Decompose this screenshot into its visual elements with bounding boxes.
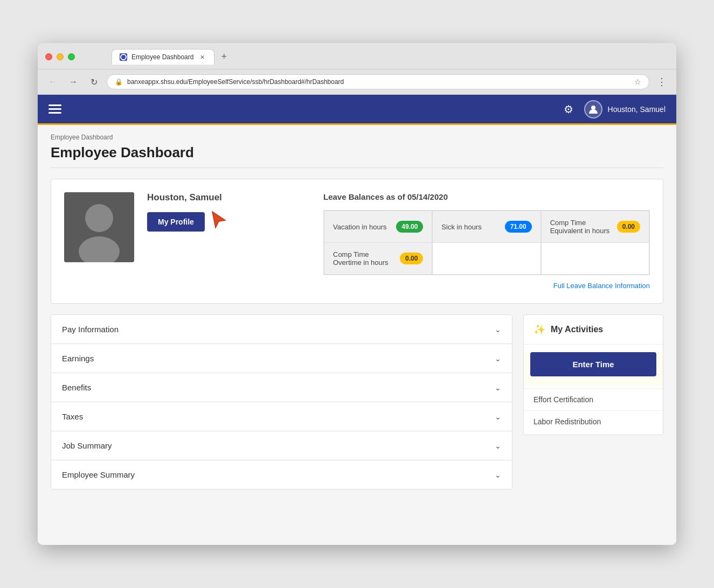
accordion-panel: Pay Information ⌄ Earnings ⌄ Benefits (51, 314, 512, 489)
accordion-label-employee-summary: Employee Summary (62, 470, 135, 479)
accordion-header-taxes[interactable]: Taxes ⌄ (51, 402, 512, 431)
browser-addressbar: ← → ↻ 🔒 banxeappx.shsu.edu/EmployeeSelfS… (38, 69, 676, 95)
user-info[interactable]: Houston, Samuel (584, 100, 666, 118)
browser-window: Employee Dashboard ✕ + ← → ↻ 🔒 banxeappx… (38, 43, 676, 545)
accordion-label-taxes: Taxes (62, 412, 83, 421)
address-bar[interactable]: 🔒 banxeappx.shsu.edu/EmployeeSelfService… (107, 74, 649, 89)
full-leave-balance-link[interactable]: Full Leave Balance Information (553, 282, 650, 290)
chevron-down-icon-benefits: ⌄ (495, 383, 501, 392)
maximize-button[interactable] (68, 53, 75, 60)
cursor-arrow-icon (210, 211, 227, 233)
lock-icon: 🔒 (115, 78, 123, 86)
accordion-header-employee-summary[interactable]: Employee Summary ⌄ (51, 460, 512, 489)
leave-badge-comp-equiv: 0.00 (617, 221, 640, 233)
avatar (584, 100, 602, 118)
tab-close-button[interactable]: ✕ (198, 53, 206, 61)
enter-time-button[interactable]: Enter Time (530, 352, 656, 376)
accordion-header-earnings[interactable]: Earnings ⌄ (51, 344, 512, 373)
leave-item-comp-equiv: Comp Time Equivalent in hours 0.00 (541, 211, 649, 243)
profile-info: Houston, Samuel My Profile (147, 192, 310, 233)
leave-link-row: Full Leave Balance Information (323, 281, 650, 290)
accordion-item-pay: Pay Information ⌄ (51, 315, 512, 344)
accordion-item-job-summary: Job Summary ⌄ (51, 431, 512, 460)
activities-header: ✨ My Activities (524, 315, 663, 345)
active-tab[interactable]: Employee Dashboard ✕ (112, 49, 214, 65)
hamburger-line (48, 108, 61, 110)
leave-badge-sick: 71.00 (505, 221, 532, 233)
tab-favicon (120, 53, 127, 61)
tab-bar: Employee Dashboard ✕ + (112, 48, 232, 65)
my-profile-button[interactable]: My Profile (147, 212, 205, 232)
breadcrumb: Employee Dashboard (51, 134, 663, 141)
activities-title: My Activities (551, 325, 603, 334)
accordion-header-job-summary[interactable]: Job Summary ⌄ (51, 431, 512, 460)
browser-menu-button[interactable]: ⋮ (655, 74, 669, 90)
settings-icon[interactable]: ⚙ (564, 103, 573, 116)
accordion-label-job-summary: Job Summary (62, 441, 112, 450)
back-button[interactable]: ← (45, 74, 60, 89)
leave-item-empty-1 (432, 243, 540, 275)
accordion-label-earnings: Earnings (62, 354, 94, 363)
activities-list: Effort Certification Labor Redistributio… (524, 386, 663, 435)
chevron-down-icon-employee-summary: ⌄ (495, 471, 501, 479)
browser-controls: Employee Dashboard ✕ + (45, 48, 669, 65)
forward-button[interactable]: → (66, 74, 81, 89)
bottom-layout: Pay Information ⌄ Earnings ⌄ Benefits (51, 314, 663, 489)
page-title: Employee Dashboard (51, 144, 663, 168)
accordion-item-employee-summary: Employee Summary ⌄ (51, 460, 512, 489)
chevron-down-icon-earnings: ⌄ (495, 354, 501, 363)
hamburger-menu-button[interactable] (48, 104, 61, 114)
chevron-down-icon-pay: ⌄ (495, 325, 501, 334)
leave-badge-comp-ot: 0.00 (400, 253, 423, 264)
profile-avatar (64, 192, 134, 262)
activity-item-labor[interactable]: Labor Redistribution (524, 410, 663, 432)
chevron-down-icon-taxes: ⌄ (495, 412, 501, 421)
user-name: Houston, Samuel (608, 105, 666, 114)
accordion-item-earnings: Earnings ⌄ (51, 344, 512, 373)
accordion-item-benefits: Benefits ⌄ (51, 373, 512, 402)
activities-bg: Enter Time (524, 352, 663, 386)
navbar-right: ⚙ Houston, Samuel (564, 100, 666, 118)
leave-section: Leave Balances as of 05/14/2020 Vacation… (323, 192, 650, 290)
leave-label-sick: Sick in hours (441, 223, 500, 231)
leave-item-vacation: Vacation in hours 49.00 (324, 211, 432, 243)
leave-label-comp-equiv: Comp Time Equivalent in hours (550, 219, 613, 235)
leave-item-sick: Sick in hours 71.00 (432, 211, 540, 243)
tab-title: Employee Dashboard (131, 53, 193, 61)
navbar-left (48, 104, 61, 114)
accordion-item-taxes: Taxes ⌄ (51, 402, 512, 431)
leave-badge-vacation: 49.00 (396, 221, 423, 233)
accordion-header-pay[interactable]: Pay Information ⌄ (51, 315, 512, 344)
leave-item-empty-2 (541, 243, 649, 275)
app-wrapper: ⚙ Houston, Samuel Employee Dashboard Emp… (38, 95, 676, 545)
browser-titlebar: Employee Dashboard ✕ + (38, 43, 676, 69)
leave-label-vacation: Vacation in hours (333, 223, 392, 231)
new-tab-button[interactable]: + (216, 48, 232, 65)
reload-button[interactable]: ↻ (86, 74, 101, 89)
close-button[interactable] (45, 53, 52, 60)
svg-point-2 (85, 204, 113, 232)
bookmark-icon[interactable]: ☆ (634, 78, 641, 86)
svg-point-0 (591, 106, 595, 110)
minimize-button[interactable] (57, 53, 64, 60)
app-navbar: ⚙ Houston, Samuel (38, 95, 676, 125)
chevron-down-icon-job-summary: ⌄ (495, 442, 501, 450)
leave-title: Leave Balances as of 05/14/2020 (323, 192, 650, 201)
activities-panel: ✨ My Activities Enter Time Effort Certif… (523, 314, 663, 435)
url-text: banxeappx.shsu.edu/EmployeeSelfService/s… (127, 78, 630, 86)
profile-card: Houston, Samuel My Profile Leave Balance… (51, 179, 663, 304)
hamburger-line (48, 112, 61, 114)
page-content: Employee Dashboard Employee Dashboard Ho… (38, 125, 676, 545)
leave-item-comp-ot: Comp Time Overtime in hours 0.00 (324, 243, 432, 275)
wand-icon: ✨ (533, 324, 545, 335)
user-avatar-icon (588, 104, 599, 115)
profile-name: Houston, Samuel (147, 192, 310, 203)
activity-item-effort[interactable]: Effort Certification (524, 388, 663, 410)
leave-label-comp-ot: Comp Time Overtime in hours (333, 250, 396, 267)
accordion-header-benefits[interactable]: Benefits ⌄ (51, 373, 512, 402)
leave-grid: Vacation in hours 49.00 Sick in hours 71… (323, 210, 650, 275)
accordion-label-benefits: Benefits (62, 383, 91, 392)
avatar-image (64, 192, 134, 262)
hamburger-line (48, 104, 61, 106)
accordion-label-pay: Pay Information (62, 325, 119, 334)
